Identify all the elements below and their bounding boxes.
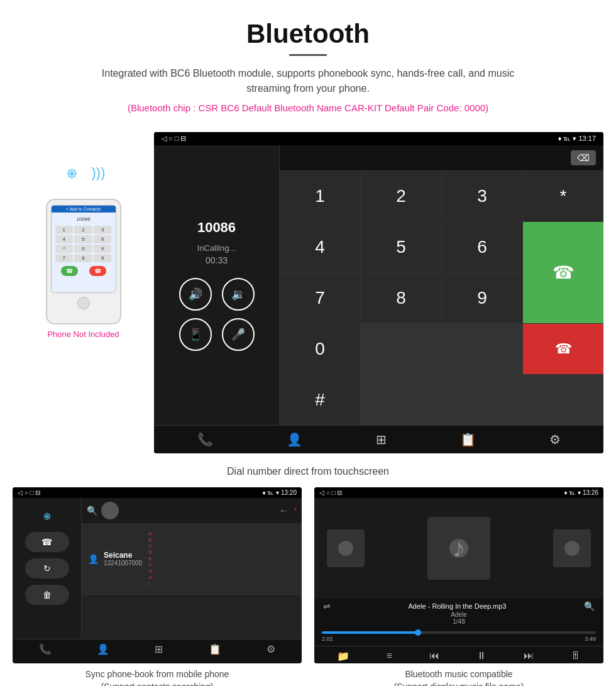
dialpad-key-star[interactable]: * — [523, 171, 603, 221]
phone-screen-topbar: + Add to Contacts — [52, 206, 116, 213]
wifi-waves-icon: ))) — [92, 165, 106, 181]
music-playlist-icon[interactable]: ≡ — [387, 650, 392, 662]
music-prev-icon[interactable]: ⏮ — [429, 650, 439, 662]
dial-4[interactable]: 4 — [55, 235, 74, 243]
dialpad-hangup-button[interactable]: ☎ — [523, 324, 603, 374]
dial-9b[interactable]: 9 — [94, 254, 112, 262]
pb-statusbar: ◁ ○ □ ⊟ ♦ ℡ ▾ 13:20 — [13, 487, 302, 498]
page-description: Integrated with BC6 Bluetooth module, su… — [88, 66, 528, 96]
dialpad-key-7[interactable]: 7 — [280, 273, 360, 323]
music-play-pause-icon[interactable]: ⏸ — [476, 650, 487, 662]
dial-8[interactable]: 0 — [74, 245, 92, 253]
phone-home-button[interactable] — [77, 297, 90, 309]
phone-answer-button[interactable]: ☎ — [61, 266, 78, 276]
phone-screen: + Add to Contacts 10086 1 2 3 4 5 6 * 0 … — [51, 205, 116, 293]
pb-contact-number: 13241007000 — [104, 560, 142, 567]
dial-9[interactable]: # — [94, 245, 112, 253]
phone-dialpad: 1 2 3 4 5 6 * 0 # 7 8 9 — [55, 226, 112, 262]
music-album-small-1: ♪ — [327, 529, 365, 567]
pb-nav-grid-icon[interactable]: ⊞ — [155, 643, 163, 655]
pb-alpha-b: B — [148, 537, 152, 543]
nav-settings-icon[interactable]: ⚙ — [549, 432, 561, 447]
music-eq-icon[interactable]: 🎚 — [571, 650, 581, 662]
transfer-button[interactable]: 📱 — [179, 318, 212, 351]
music-statusbar-right: ♦ ℡ ▾ 13:26 — [564, 489, 598, 496]
dialpad-key-8[interactable]: 8 — [361, 273, 441, 323]
pb-contact-name: Seicane — [104, 551, 142, 560]
dial-7[interactable]: * — [55, 245, 74, 253]
dial-2[interactable]: 2 — [74, 226, 92, 234]
music-song-name: Adele - Rolling In the Deep.mp3 — [409, 602, 507, 610]
phone-device: + Add to Contacts 10086 1 2 3 4 5 6 * 0 … — [46, 199, 121, 324]
top-section: ⎈ ))) + Add to Contacts 10086 1 2 3 4 5 … — [13, 132, 603, 453]
music-progress-bar[interactable] — [322, 631, 596, 634]
main-statusbar: ◁ ○ □ ⊟ ♦ ℡ ▾ 13:17 — [154, 132, 603, 145]
pb-nav-contact-icon[interactable]: 👤 — [97, 643, 109, 655]
dialpad-key-3[interactable]: 3 — [442, 171, 522, 221]
music-caption-line1: Bluetooth music compatible — [317, 668, 601, 681]
call-controls-row-2: 📱 🎤 — [179, 318, 255, 351]
dialpad-key-1[interactable]: 1 — [280, 171, 360, 221]
phonebook-caption: Sync phone-book from mobile phone (Suppo… — [13, 663, 302, 686]
call-status: InCalling... — [197, 243, 236, 253]
main-android-screen: ◁ ○ □ ⊟ ♦ ℡ ▾ 13:17 10086 InCalling... 0… — [154, 132, 603, 453]
nav-phone-icon[interactable]: 📞 — [197, 432, 213, 447]
phonebook-caption-line2: (Support contacts searching) — [15, 681, 299, 686]
pb-backspace-icon[interactable]: ← — [279, 506, 288, 516]
music-next-icon[interactable]: ⏭ — [524, 650, 534, 662]
page-header: Bluetooth Integrated with BC6 Bluetooth … — [0, 0, 616, 132]
pb-alphabet-index: A B C D E F G H I — [147, 528, 153, 589]
music-search-icon[interactable]: 🔍 — [584, 601, 595, 611]
call-controls-row-1: 🔊 🔉 — [179, 278, 255, 311]
dialpad-key-hash[interactable]: # — [280, 375, 360, 425]
dial-7b[interactable]: 7 — [55, 254, 74, 262]
dial-5[interactable]: 5 — [74, 235, 92, 243]
volume-down-button[interactable]: 🔉 — [222, 278, 255, 311]
dialpad-key-2[interactable]: 2 — [361, 171, 441, 221]
dial-8b[interactable]: 8 — [74, 254, 92, 262]
dialpad-key-4[interactable]: 4 — [280, 222, 360, 272]
dial-3[interactable]: 3 — [94, 226, 112, 234]
music-shuffle-icon[interactable]: ⇌ — [323, 601, 331, 611]
pb-contact-avatar-icon: 👤 — [88, 554, 99, 564]
dial-6[interactable]: 6 — [94, 235, 112, 243]
pb-search-ball — [101, 502, 119, 519]
bluetooth-icon-area: ⎈ ))) — [62, 151, 106, 195]
phonebook-screen: ◁ ○ □ ⊟ ♦ ℡ ▾ 13:20 ⎈ ☎ ↻ 🗑 🔍 — [13, 487, 302, 663]
phone-hangup-button[interactable]: ☎ — [89, 266, 106, 276]
pb-delete-icon[interactable]: 🗑 — [25, 585, 69, 605]
nav-contact-icon[interactable]: 👤 — [287, 432, 302, 447]
music-info-area: ⇌ Adele - Rolling In the Deep.mp3 🔍 Adel… — [314, 599, 603, 628]
music-folder-icon[interactable]: 📁 — [337, 650, 349, 662]
mute-button[interactable]: 🎤 — [222, 318, 255, 351]
dialpad-key-9[interactable]: 9 — [442, 273, 522, 323]
pb-sidebar: ⎈ ☎ ↻ 🗑 — [13, 498, 82, 639]
dialpad-key-5[interactable]: 5 — [361, 222, 441, 272]
pb-alpha-g: G — [148, 568, 152, 574]
pb-nav-settings-icon[interactable]: ⚙ — [267, 643, 275, 655]
nav-dialpad-icon[interactable]: ⊞ — [376, 432, 387, 447]
pb-bluetooth-icon[interactable]: ⎈ — [25, 506, 69, 526]
pb-nav-export-icon[interactable]: 📋 — [209, 643, 221, 655]
nav-transfer-icon[interactable]: 📋 — [460, 432, 476, 447]
call-panel: 10086 InCalling... 00:33 🔊 🔉 📱 🎤 — [154, 145, 280, 425]
pb-navbar: 📞 👤 ⊞ 📋 ⚙ — [13, 639, 302, 659]
volume-up-button[interactable]: 🔊 — [179, 278, 212, 311]
pb-body: ⎈ ☎ ↻ 🗑 🔍 ← * 👤 — [13, 498, 302, 639]
music-album-disc-1 — [338, 541, 353, 556]
statusbar-nav-icons: ◁ ○ □ ⊟ — [162, 135, 186, 143]
music-progress-dot — [415, 629, 421, 636]
dialpad-call-button[interactable]: ☎ — [523, 222, 603, 323]
dialpad-panel: ⌫ 1 2 3 * 4 5 6 ☎ 7 8 9 — [280, 145, 603, 425]
pb-call-icon[interactable]: ☎ — [25, 532, 69, 552]
dialpad-key-0[interactable]: 0 — [280, 324, 360, 374]
dialpad-key-6[interactable]: 6 — [442, 222, 522, 272]
pb-contact-item[interactable]: 👤 Seicane 13241007000 A B C D E — [82, 523, 302, 595]
music-track-info: 1/48 — [321, 618, 597, 625]
dial-1[interactable]: 1 — [55, 226, 74, 234]
pb-nav-phone-icon[interactable]: 📞 — [39, 643, 52, 655]
pb-statusbar-left: ◁ ○ □ ⊟ — [18, 489, 40, 496]
dialpad-backspace-button[interactable]: ⌫ — [571, 150, 596, 165]
main-screen-navbar: 📞 👤 ⊞ 📋 ⚙ — [154, 425, 603, 453]
pb-refresh-icon[interactable]: ↻ — [25, 558, 69, 578]
